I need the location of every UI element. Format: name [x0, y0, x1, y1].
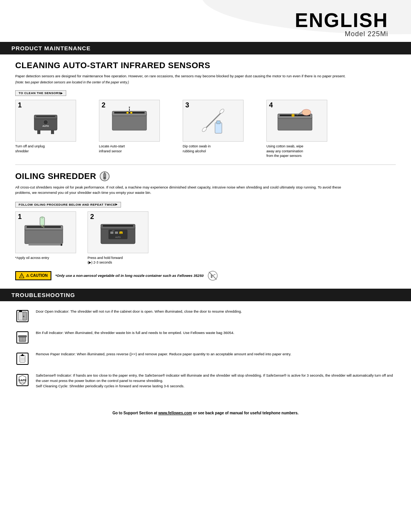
header: ENGLISH Model 225Mi [0, 0, 411, 42]
svg-text:▼: ▼ [128, 106, 131, 109]
svg-point-58 [23, 316, 24, 317]
cleaning-step-2: 2 ▼ Loca [99, 100, 175, 153]
svg-rect-48 [103, 225, 133, 227]
oiling-description: All cross-cut shredders require oil for … [15, 185, 358, 196]
step-2-number: 2 [102, 102, 105, 109]
trouble-door-text: Door Open Indicator: The shredder will n… [36, 309, 396, 314]
svg-marker-38 [61, 244, 63, 246]
oiling-step-1: 1 [15, 211, 76, 260]
svg-text:!: ! [21, 275, 22, 278]
step-1-caption: Turn off and unplug shredder [15, 144, 45, 153]
cleaning-step-2-box: 2 ▼ [99, 100, 160, 142]
footer: Go to Support Section at www.fellowes.co… [0, 403, 411, 427]
trouble-item-bin: Bin Full Indicator: When illuminated, th… [15, 330, 396, 345]
oiling-step-2-number: 2 [90, 213, 94, 220]
bin-full-icon [15, 330, 30, 345]
oiling-step-2-caption: Press and hold forward (▶) 2-3 seconds [88, 256, 123, 265]
oiling-step-1-number: 1 [18, 213, 22, 220]
svg-point-11 [126, 112, 129, 114]
door-open-icon [15, 309, 30, 323]
svg-rect-6 [37, 130, 40, 134]
cleaning-description: Paper detection sensors are designed for… [15, 73, 358, 79]
oil-bottle-icon [99, 171, 110, 182]
cleaning-step-1-box: 1 AUTO [15, 100, 76, 142]
svg-rect-62 [18, 335, 27, 337]
svg-rect-34 [41, 216, 43, 219]
trouble-bin-text: Bin Full Indicator: When illuminated, th… [36, 330, 396, 335]
svg-line-54 [212, 274, 215, 276]
trouble-item-paper: Remove Paper Indicator: When illuminated… [15, 351, 396, 366]
step-4-caption: Using cotton swab, wipe away any contami… [266, 144, 303, 158]
step-2-caption: Locate Auto-start infrared sensor [99, 144, 125, 153]
trouble-safe-text: SafeSense® Indicator: If hands are too c… [36, 373, 396, 389]
svg-rect-28 [104, 172, 105, 174]
trouble-item-door: Door Open Indicator: The shredder will n… [15, 309, 396, 323]
svg-point-35 [41, 225, 43, 227]
svg-rect-18 [215, 123, 222, 133]
header-text-block: ENGLISH Model 225Mi [295, 10, 388, 38]
svg-point-23 [302, 109, 311, 115]
trouble-paper-text: Remove Paper Indicator: When illuminated… [36, 351, 396, 357]
oiling-step-badge: FOLLOW OILING PROCEDURE BELOW AND REPEAT… [15, 202, 121, 208]
header-title: ENGLISH [295, 10, 388, 30]
step-3-caption: Dip cotton swab in rubbing alcohol [183, 144, 211, 153]
svg-rect-20 [278, 117, 312, 130]
svg-point-36 [43, 226, 45, 228]
svg-rect-5 [36, 116, 55, 117]
oil-apply-illustration [19, 215, 72, 249]
step-1-number: 1 [18, 102, 22, 109]
cleaning-step-4-box: 4 [266, 100, 327, 142]
svg-rect-68 [20, 355, 25, 362]
no-spray-icon [207, 270, 218, 281]
shredder-illustration-1: AUTO [27, 105, 65, 136]
cleaning-step-3: 3 Dip cotton swab in ru [183, 100, 259, 153]
remove-paper-icon [15, 351, 30, 366]
svg-rect-19 [217, 121, 220, 124]
swab-illustration [198, 105, 228, 136]
svg-point-25 [292, 114, 295, 117]
door-indicator-icon [15, 309, 30, 323]
product-maintenance-header: PRODUCT MAINTENANCE [0, 42, 411, 54]
main-content: CLEANING AUTO-START INFRARED SENSORS Pap… [0, 61, 411, 281]
svg-rect-59 [19, 311, 22, 312]
shredder-illustration-2: ▼ [107, 105, 152, 136]
bin-full-indicator-icon [15, 330, 30, 345]
svg-rect-42 [110, 232, 113, 234]
oiling-step-1-box: 1 [15, 211, 76, 253]
svg-rect-43 [115, 232, 118, 234]
svg-rect-7 [51, 130, 54, 134]
cleaning-title: CLEANING AUTO-START INFRARED SENSORS [15, 61, 396, 70]
svg-point-4 [43, 120, 48, 125]
step-3-number: 3 [185, 102, 189, 109]
footer-url[interactable]: www.fellowes.com [158, 411, 192, 415]
troubleshooting-content: Door Open Indicator: The shredder will n… [0, 301, 411, 404]
oiling-step-2: 2 ▶ AUTO [88, 211, 148, 265]
cleaning-step-badge: TO CLEAN THE SENSORS [15, 90, 66, 96]
oiling-step-1-caption: *Apply oil across entry [15, 256, 49, 260]
cleaning-step-1: 1 AUTO [15, 100, 91, 153]
oiling-steps-row: 1 [15, 211, 396, 265]
cleaning-note: (Note: two paper detection sensors are l… [15, 80, 396, 84]
caution-triangle-icon: ! [19, 273, 24, 278]
caution-box: ! ⚠ CAUTION *Only use a non-aerosol vege… [15, 270, 396, 281]
troubleshooting-header: TROUBLESHOOTING [0, 289, 411, 301]
safesense-indicator-icon: SAFE SENSE [15, 373, 30, 387]
header-model: Model 225Mi [295, 30, 388, 38]
oiling-title-row: OILING SHREDDER [15, 171, 396, 182]
svg-point-12 [130, 112, 132, 114]
cleaning-section: CLEANING AUTO-START INFRARED SENSORS Pap… [15, 61, 396, 158]
oiling-title: OILING SHREDDER [15, 171, 96, 181]
wipe-illustration [274, 105, 320, 136]
section-divider-1 [15, 165, 396, 165]
trouble-item-safe: SAFE SENSE SafeSense® Indicator: If hand… [15, 373, 396, 389]
svg-point-29 [104, 177, 106, 179]
svg-rect-30 [25, 228, 63, 244]
press-forward-illustration: ▶ AUTO k33 [95, 215, 141, 249]
caution-label: ! ⚠ CAUTION [15, 271, 51, 280]
svg-text:SENSE: SENSE [19, 382, 26, 384]
caution-text: *Only use a non-aerosol vegetable oil in… [55, 273, 204, 278]
svg-text:k33: k33 [112, 230, 115, 232]
svg-rect-10 [114, 112, 145, 113]
svg-text:AUTO: AUTO [43, 125, 49, 127]
cleaning-steps-row: 1 AUTO [15, 100, 396, 158]
